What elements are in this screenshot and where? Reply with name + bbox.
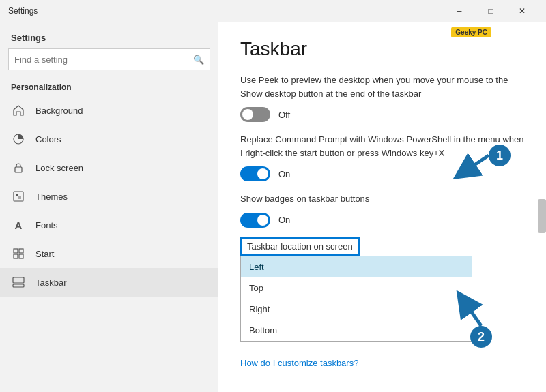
themes-icon	[11, 189, 26, 204]
sidebar-header: Settings	[0, 22, 218, 48]
start-icon	[11, 246, 26, 261]
peek-description: Use Peek to preview the desktop when you…	[240, 74, 524, 100]
sidebar-label-colors: Colors	[35, 134, 61, 145]
badges-toggle-thumb	[257, 215, 268, 226]
sidebar: Settings 🔍 Personalization Background	[0, 22, 218, 392]
taskbar-location-container: Taskbar location on screen Left Top Righ…	[240, 237, 472, 342]
sidebar-item-lock-screen[interactable]: Lock screen	[0, 153, 218, 182]
peek-toggle-row: Off	[240, 107, 524, 122]
svg-rect-6	[19, 249, 23, 253]
taskbar-icon	[11, 275, 26, 290]
svg-point-13	[470, 326, 492, 348]
svg-rect-7	[14, 254, 18, 258]
badges-toggle-label: On	[278, 215, 290, 225]
taskbar-location-label: Taskbar location on screen	[240, 237, 360, 256]
window-controls: – □ ✕	[444, 0, 538, 22]
fonts-icon: A	[11, 217, 26, 232]
powershell-description: Replace Command Prompt with Windows Powe…	[240, 133, 524, 160]
sidebar-item-taskbar[interactable]: Taskbar	[0, 268, 218, 297]
sidebar-label-themes: Themes	[35, 192, 68, 202]
search-input[interactable]	[14, 55, 193, 65]
sidebar-label-taskbar: Taskbar	[35, 277, 67, 288]
sidebar-section-label: Personalization	[0, 78, 218, 96]
sidebar-item-fonts[interactable]: A Fonts	[0, 211, 218, 239]
svg-rect-5	[14, 249, 18, 253]
peek-toggle-label: Off	[278, 110, 290, 120]
close-button[interactable]: ✕	[506, 0, 538, 22]
sidebar-label-start: Start	[35, 249, 54, 259]
peek-toggle-thumb	[242, 109, 253, 120]
dropdown-item-top[interactable]: Top	[241, 277, 472, 299]
title-bar: Settings – □ ✕	[0, 0, 546, 22]
sidebar-item-start[interactable]: Start	[0, 239, 218, 268]
powershell-toggle[interactable]	[240, 166, 270, 181]
geeky-badge: Geeky PC	[451, 27, 491, 37]
minimize-button[interactable]: –	[444, 0, 475, 22]
svg-rect-4	[18, 196, 21, 199]
sidebar-label-fonts: Fonts	[35, 220, 58, 230]
powershell-toggle-row: On	[240, 166, 524, 181]
dropdown-item-left[interactable]: Left	[241, 256, 472, 277]
powershell-toggle-thumb	[257, 168, 268, 179]
svg-rect-8	[19, 254, 23, 258]
svg-rect-3	[16, 194, 18, 196]
search-box[interactable]: 🔍	[8, 48, 210, 70]
taskbar-location-dropdown[interactable]: Left Top Right Bottom	[240, 256, 472, 342]
maximize-button[interactable]: □	[475, 0, 506, 22]
dropdown-item-right[interactable]: Right	[241, 299, 472, 320]
svg-text:2: 2	[478, 330, 485, 344]
content-area: Geeky PC Taskbar Use Peek to preview the…	[218, 22, 546, 392]
dropdown-item-bottom[interactable]: Bottom	[241, 320, 472, 341]
powershell-toggle-label: On	[278, 169, 290, 179]
badges-description: Show badges on taskbar buttons	[240, 192, 524, 206]
svg-rect-1	[15, 167, 22, 172]
svg-rect-9	[13, 284, 24, 287]
colors-icon	[11, 132, 26, 147]
badges-toggle[interactable]	[240, 213, 270, 228]
customize-taskbars-link[interactable]: How do I customize taskbars?	[240, 358, 358, 368]
search-icon: 🔍	[193, 55, 204, 65]
sidebar-label-background: Background	[35, 106, 83, 116]
svg-rect-10	[13, 277, 24, 283]
scrollbar-hint	[538, 199, 546, 233]
lock-icon	[11, 160, 26, 175]
main-container: Settings 🔍 Personalization Background	[0, 22, 546, 392]
peek-toggle[interactable]	[240, 107, 270, 122]
window-title: Settings	[8, 6, 444, 16]
badges-toggle-row: On	[240, 213, 524, 228]
home-icon	[11, 103, 26, 118]
sidebar-item-background[interactable]: Background	[0, 96, 218, 125]
page-title: Taskbar	[240, 38, 524, 60]
sidebar-item-themes[interactable]: Themes	[0, 182, 218, 211]
sidebar-item-colors[interactable]: Colors	[0, 125, 218, 153]
sidebar-label-lock-screen: Lock screen	[35, 163, 83, 173]
